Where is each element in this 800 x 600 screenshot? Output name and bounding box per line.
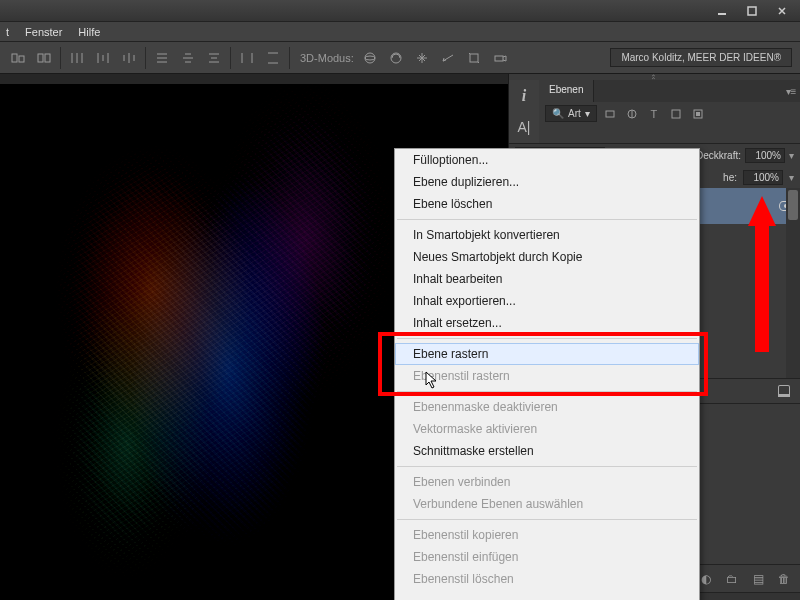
- align-icon[interactable]: [8, 48, 28, 68]
- 3d-pan-icon[interactable]: [412, 48, 432, 68]
- 3d-mode-label: 3D-Modus:: [300, 52, 354, 64]
- distribute-icon-6[interactable]: [204, 48, 224, 68]
- opacity-label: Deckkraft:: [696, 150, 741, 161]
- distribute-icon-1[interactable]: [67, 48, 87, 68]
- svg-rect-2: [12, 54, 17, 62]
- search-icon: 🔍: [552, 108, 564, 119]
- options-bar: 3D-Modus: Marco Kolditz, MEER DER IDEEN®: [0, 42, 800, 74]
- character-panel-icon[interactable]: A|: [509, 112, 539, 144]
- layer-context-menu: Fülloptionen...Ebene duplizieren...Ebene…: [394, 148, 700, 600]
- menu-item[interactable]: Fülloptionen...: [395, 149, 699, 171]
- 3d-camera-icon[interactable]: [490, 48, 510, 68]
- chevron-down-icon: ▾: [585, 108, 590, 119]
- divider: [289, 47, 290, 69]
- distribute-icon-4[interactable]: [152, 48, 172, 68]
- menu-item[interactable]: Ebene duplizieren...: [395, 171, 699, 193]
- folder-icon[interactable]: 🗀: [724, 571, 740, 587]
- menu-item[interactable]: Inhalt bearbeiten: [395, 268, 699, 290]
- close-button[interactable]: [768, 3, 796, 19]
- layer-scrollbar[interactable]: [786, 188, 800, 378]
- menu-item: Ebenenstil kopieren: [395, 524, 699, 546]
- 3d-roll-icon[interactable]: [386, 48, 406, 68]
- svg-rect-4: [38, 54, 43, 62]
- menu-item: Verbundene Ebenen auswählen: [395, 493, 699, 515]
- divider: [60, 47, 61, 69]
- distribute-icon-2[interactable]: [93, 48, 113, 68]
- menu-item[interactable]: Inhalt ersetzen...: [395, 312, 699, 334]
- kind-label: Art: [568, 108, 581, 119]
- menu-item: Ebenenstil einfügen: [395, 546, 699, 568]
- distribute-icon-3[interactable]: [119, 48, 139, 68]
- layer-filter-kind[interactable]: 🔍 Art ▾: [545, 105, 597, 122]
- align-icon-2[interactable]: [34, 48, 54, 68]
- menubar: t Fenster Hilfe: [0, 22, 800, 42]
- svg-rect-9: [470, 54, 478, 62]
- 3d-scale-icon[interactable]: [464, 48, 484, 68]
- menu-item[interactable]: Ebene löschen: [395, 193, 699, 215]
- chevron-down-icon[interactable]: ▾: [789, 172, 794, 183]
- svg-rect-15: [696, 112, 700, 116]
- menu-separator: [397, 219, 697, 220]
- menu-help[interactable]: Hilfe: [78, 26, 100, 38]
- distribute-icon-5[interactable]: [178, 48, 198, 68]
- menu-item: Ebenenstil rastern: [395, 365, 699, 387]
- new-layer-icon[interactable]: ▤: [750, 571, 766, 587]
- fill-input[interactable]: 100%: [743, 170, 783, 185]
- menu-item: Ebenenstil löschen: [395, 568, 699, 590]
- info-panel-icon[interactable]: i: [509, 80, 539, 112]
- menu-item[interactable]: Inhalt exportieren...: [395, 290, 699, 312]
- distribute-icon-7[interactable]: [237, 48, 257, 68]
- chevron-down-icon[interactable]: ▾: [789, 150, 794, 161]
- 3d-orbit-icon[interactable]: [360, 48, 380, 68]
- menu-separator: [397, 338, 697, 339]
- svg-rect-13: [672, 110, 680, 118]
- tab-layers[interactable]: Ebenen: [539, 80, 594, 102]
- fill-label: he:: [723, 172, 737, 183]
- filter-shape-icon[interactable]: [667, 106, 685, 122]
- menu-item[interactable]: Ebene rastern: [395, 343, 699, 365]
- menu-item[interactable]: In Smartobjekt konvertieren: [395, 224, 699, 246]
- menu-item[interactable]: Neues Smartobjekt durch Kopie: [395, 246, 699, 268]
- menu-separator: [397, 391, 697, 392]
- menu-partial[interactable]: t: [6, 26, 9, 38]
- menu-item: Vektormaske aktivieren: [395, 418, 699, 440]
- menu-item[interactable]: Schnittmaske erstellen: [395, 440, 699, 462]
- maximize-button[interactable]: [738, 3, 766, 19]
- menu-separator: [397, 519, 697, 520]
- filter-smart-icon[interactable]: [689, 106, 707, 122]
- adjustment-icon[interactable]: ◐: [698, 571, 714, 587]
- svg-rect-10: [495, 56, 503, 61]
- divider: [145, 47, 146, 69]
- svg-rect-5: [45, 54, 50, 62]
- menu-window[interactable]: Fenster: [25, 26, 62, 38]
- menu-separator: [397, 466, 697, 467]
- trash-icon[interactable]: 🗑: [776, 571, 792, 587]
- divider: [230, 47, 231, 69]
- workspace-switcher[interactable]: Marco Kolditz, MEER DER IDEEN®: [610, 48, 792, 67]
- filter-adjust-icon[interactable]: [623, 106, 641, 122]
- menu-item: Ebenenmaske deaktivieren: [395, 396, 699, 418]
- scrollbar-thumb[interactable]: [788, 190, 798, 220]
- window-titlebar: [0, 0, 800, 22]
- panel-menu-icon[interactable]: ▾≡: [782, 80, 800, 102]
- svg-rect-0: [718, 13, 726, 15]
- svg-rect-1: [748, 7, 756, 15]
- minimize-button[interactable]: [708, 3, 736, 19]
- svg-point-6: [365, 53, 375, 63]
- distribute-icon-8[interactable]: [263, 48, 283, 68]
- 3d-slide-icon[interactable]: [438, 48, 458, 68]
- svg-point-7: [365, 56, 375, 60]
- filter-type-icon[interactable]: T: [645, 106, 663, 122]
- menu-item: Ebenen verbinden: [395, 471, 699, 493]
- svg-rect-11: [606, 111, 614, 117]
- filter-pixel-icon[interactable]: [601, 106, 619, 122]
- svg-rect-3: [19, 56, 24, 62]
- opacity-input[interactable]: 100%: [745, 148, 785, 163]
- lock-icon[interactable]: [778, 385, 790, 397]
